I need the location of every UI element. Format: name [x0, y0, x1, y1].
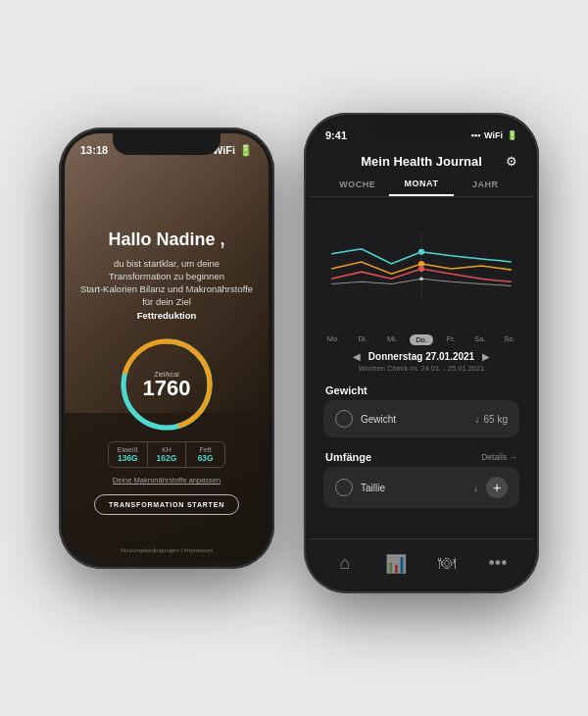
weight-number: 65 kg	[484, 414, 508, 425]
date-main: Donnerstag 27.01.2021	[368, 351, 474, 362]
bottom-nav: ⌂ 📊 🍽 •••	[310, 538, 533, 588]
plus-button[interactable]: +	[486, 477, 508, 498]
left-phone: 13:18 ▪▪▪ WiFi 🔋 Hallo Nadine , du bist …	[59, 128, 274, 569]
battery-icon: 🔋	[239, 144, 253, 157]
day-fr: Fr.	[439, 334, 463, 345]
food-icon: 🍽	[438, 553, 456, 574]
tabs-row: WOCHE MONAT JAHR	[310, 173, 533, 197]
right-notch	[368, 119, 475, 140]
header-title: Mein Health Journal	[361, 154, 482, 169]
umfaenge-details-link[interactable]: Details →	[481, 452, 517, 462]
nav-more[interactable]: •••	[480, 546, 515, 582]
greeting-sub: du bist startklar, um deine Transformati…	[78, 257, 255, 322]
umfaenge-card-left: Taillie	[335, 479, 385, 496]
next-arrow[interactable]: ▶	[482, 351, 490, 362]
right-time: 9:41	[325, 129, 347, 141]
macros-row: Eiweiß 136G KH 162G Fett 63G	[108, 441, 225, 468]
date-sub: Wochen Check-In: 24.01. - 25.01.2021	[310, 364, 533, 373]
left-time: 13:18	[80, 144, 108, 156]
date-nav: ◀ Donnerstag 27.01.2021 ▶	[310, 345, 533, 364]
day-so: So.	[498, 334, 521, 345]
day-sa: Sa.	[468, 334, 492, 345]
day-do: Do.	[410, 334, 433, 345]
nav-food[interactable]: 🍽	[429, 546, 465, 582]
greeting-title: Hallo Nadine ,	[108, 230, 224, 251]
tab-jahr[interactable]: JAHR	[454, 174, 517, 195]
right-header: Mein Health Journal ⚙	[310, 146, 533, 173]
cta-button[interactable]: TRANSFORMATION STARTEN	[94, 494, 239, 515]
battery-icon: 🔋	[507, 130, 517, 140]
calorie-circle: Ziel/kcal 1760	[118, 335, 216, 434]
right-phone-screen: 9:41 ▪▪▪ WiFi 🔋 Mein Health Journal ⚙ WO…	[310, 119, 533, 588]
day-di: Di.	[351, 334, 374, 345]
macro-kh: KH 162G	[148, 442, 187, 467]
left-phone-screen: 13:18 ▪▪▪ WiFi 🔋 Hallo Nadine , du bist …	[65, 133, 269, 563]
left-notch	[113, 133, 220, 155]
footer-links: Nutzungsbedingungen | Impressum	[121, 547, 214, 553]
scene: 13:18 ▪▪▪ WiFi 🔋 Hallo Nadine , du bist …	[0, 0, 588, 716]
nav-chart[interactable]: 📊	[378, 546, 414, 582]
line-chart	[321, 205, 521, 323]
weight-check[interactable]	[335, 410, 353, 428]
settings-icon[interactable]: ⚙	[506, 154, 517, 169]
nav-home[interactable]: ⌂	[327, 546, 363, 582]
right-status-icons: ▪▪▪ WiFi 🔋	[471, 130, 518, 140]
macro-eiweiss: Eiweiß 136G	[109, 442, 148, 467]
right-phone: 9:41 ▪▪▪ WiFi 🔋 Mein Health Journal ⚙ WO…	[304, 113, 539, 593]
tab-monat[interactable]: MONAT	[389, 173, 453, 196]
day-labels: Mo. Di. Mi. Do. Fr. Sa. So.	[310, 334, 533, 345]
more-icon: •••	[489, 553, 508, 574]
calorie-center: Ziel/kcal 1760	[143, 371, 191, 399]
umfaenge-card: Taillie ↓ +	[323, 467, 519, 508]
home-icon: ⌂	[340, 553, 351, 574]
weight-section-title: Gewicht	[310, 379, 533, 400]
wifi-icon: WiFi	[484, 130, 503, 140]
right-content: Mein Health Journal ⚙ WOCHE MONAT JAHR	[310, 146, 533, 588]
umfaenge-section-header: Umfänge Details →	[310, 445, 533, 467]
taillie-check[interactable]	[335, 479, 353, 496]
umfaenge-actions: ↓ +	[473, 477, 508, 498]
weight-card-row: Gewicht ↓ 65 kg	[335, 410, 508, 428]
macro-fett: Fett 63G	[186, 442, 224, 467]
left-content: Hallo Nadine , du bist startklar, um dei…	[65, 161, 269, 563]
tab-woche[interactable]: WOCHE	[325, 174, 389, 195]
day-mi: Mi.	[380, 334, 404, 345]
day-mo: Mo.	[321, 334, 345, 345]
taillie-label: Taillie	[361, 483, 385, 493]
weight-card: Gewicht ↓ 65 kg	[323, 400, 519, 437]
weight-card-left: Gewicht	[335, 410, 396, 428]
weight-label: Gewicht	[361, 414, 396, 425]
down-arrow-icon: ↓	[475, 414, 480, 425]
chart-area	[310, 197, 533, 334]
umfaenge-card-row: Taillie ↓ +	[335, 477, 508, 498]
down-arrow-umfaenge: ↓	[473, 483, 478, 493]
adjust-link[interactable]: Deine Makronährstoffe anpassen	[113, 476, 220, 485]
prev-arrow[interactable]: ◀	[353, 351, 361, 362]
chart-icon: 📊	[385, 553, 407, 575]
weight-value: ↓ 65 kg	[475, 414, 508, 425]
umfaenge-title: Umfänge	[325, 451, 371, 463]
